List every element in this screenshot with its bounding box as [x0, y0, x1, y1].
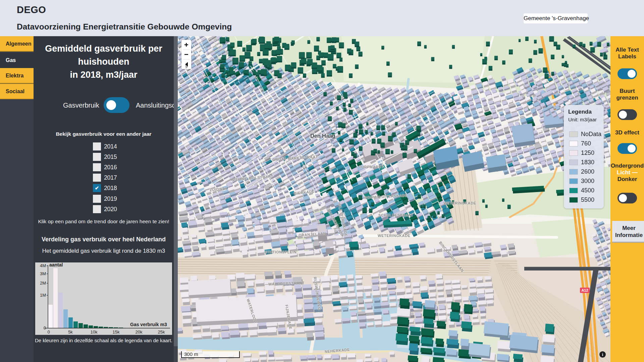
svg-text:20k: 20k: [136, 329, 143, 335]
svg-text:10k: 10k: [91, 329, 98, 335]
svg-text:Gas verbruik m3: Gas verbruik m3: [130, 322, 167, 327]
svg-text:5k: 5k: [68, 329, 73, 335]
svg-text:0: 0: [47, 329, 50, 335]
svg-text:1M: 1M: [40, 293, 46, 298]
svg-text:2M: 2M: [40, 281, 46, 286]
svg-text:4M: 4M: [40, 263, 46, 268]
svg-text:25k: 25k: [158, 329, 165, 335]
svg-text:aantal: aantal: [49, 262, 63, 267]
svg-text:0: 0: [44, 325, 46, 330]
svg-text:15k: 15k: [113, 329, 120, 335]
svg-text:3M: 3M: [40, 271, 46, 276]
